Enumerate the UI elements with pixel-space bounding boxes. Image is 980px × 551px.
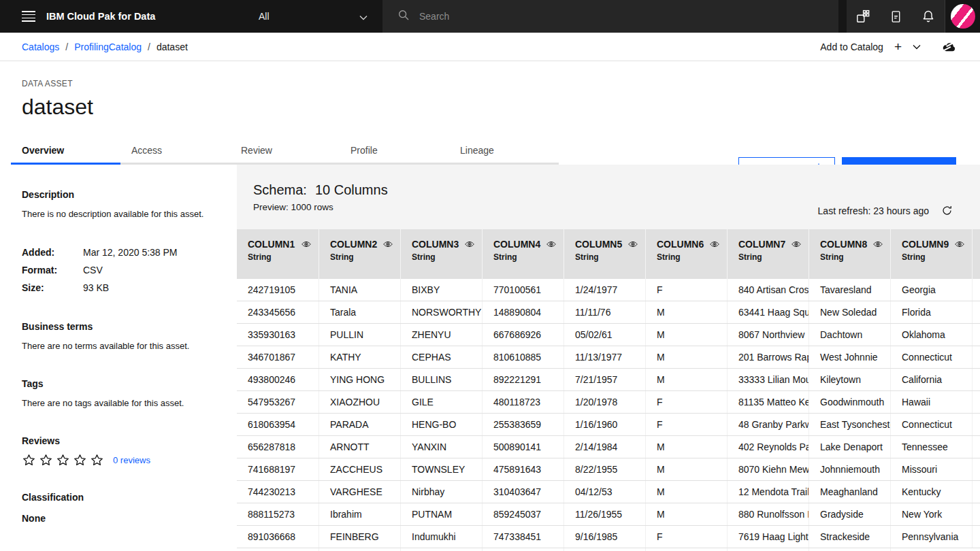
table-cell: Kentucky [890, 481, 972, 503]
column-name: COLUMN6 [657, 239, 704, 250]
table-cell: Lake Denaport [808, 436, 890, 458]
table-cell: 892221291 [482, 369, 564, 390]
column-header[interactable]: COLUMN8String [808, 229, 890, 279]
eye-icon[interactable] [382, 239, 393, 250]
table-cell: Connecticut [890, 414, 972, 435]
eye-icon[interactable] [954, 239, 965, 250]
notifications-icon[interactable] [915, 0, 942, 33]
table-cell: F [645, 391, 727, 413]
table-cell: 335930163 [237, 324, 318, 346]
table-cell: 255383659 [482, 414, 564, 435]
table-row: 891036668FEINBERGIndumukhi7473384519/16/… [237, 526, 980, 548]
table-cell: 12 Mendota Trail [727, 481, 808, 503]
table-cell [400, 548, 482, 551]
table-cell: ZHENYU [400, 324, 482, 346]
meta-value: Mar 12, 2020 5:38 PM [83, 244, 178, 261]
breadcrumb-profilingcatalog[interactable]: ProfilingCatalog [74, 41, 142, 52]
column-header[interactable]: COLUMN6String [645, 229, 727, 279]
cloud-icon[interactable] [941, 41, 956, 53]
table-cell [890, 548, 972, 551]
refresh-icon[interactable] [941, 205, 953, 216]
tab-access[interactable]: Access [120, 139, 230, 165]
table-cell: Georgia [890, 279, 972, 301]
table-cell [645, 548, 727, 551]
table-cell-clipped [972, 436, 980, 458]
column-type: String [738, 252, 802, 262]
rating-stars [22, 453, 107, 467]
table-cell: VARGHESE [318, 481, 400, 503]
eye-icon[interactable] [464, 239, 475, 250]
table-cell: 05/02/61 [564, 324, 645, 346]
eye-icon[interactable] [627, 239, 638, 250]
table-cell [318, 548, 400, 551]
column-header[interactable]: COLUMN9String [890, 229, 972, 279]
table-cell: M [645, 301, 727, 323]
meta-label: Format: [22, 261, 83, 279]
column-header[interactable]: COLUMN2String [318, 229, 400, 279]
table-row: 547953267XIAOZHOUGILE4801187231/20/1978F… [237, 391, 980, 414]
breadcrumb-current: dataset [157, 41, 188, 52]
column-type: String [657, 252, 720, 262]
table-cell-clipped [972, 301, 980, 323]
table-cell: F [645, 526, 727, 548]
table-cell: 7619 Haag Light [727, 526, 808, 548]
eye-icon[interactable] [709, 239, 720, 250]
eye-icon[interactable] [872, 239, 883, 250]
tab-review[interactable]: Review [230, 139, 340, 165]
services-icon[interactable] [849, 0, 877, 33]
tab-overview[interactable]: Overview [11, 139, 120, 165]
table-cell: Goodwinmouth [808, 391, 890, 413]
breadcrumb-catalogs[interactable]: Catalogs [22, 41, 59, 52]
table-row: 744230213VARGHESENirbhay31040364704/12/5… [237, 481, 980, 503]
column-type: String [330, 252, 393, 262]
search-input[interactable] [419, 11, 787, 22]
column-name: COLUMN2 [330, 239, 377, 250]
column-name: COLUMN8 [820, 239, 867, 250]
table-cell: Kileytown [808, 369, 890, 390]
table-cell: Johnniemouth [808, 458, 890, 480]
tab-lineage[interactable]: Lineage [449, 139, 559, 165]
table-row: 346701867KATHYCEPHAS81061088511/13/1977M… [237, 346, 980, 369]
reviews-heading: Reviews [22, 435, 226, 446]
chevron-down-icon[interactable] [913, 44, 921, 50]
star-icon [90, 453, 104, 467]
document-icon[interactable] [882, 0, 909, 33]
scope-selector[interactable]: All [259, 0, 368, 33]
column-name: COLUMN3 [412, 239, 459, 250]
eye-icon[interactable] [301, 239, 312, 250]
column-type: String [820, 252, 883, 262]
table-cell: 8070 Kiehn Mew [727, 458, 808, 480]
table-cell-clipped [972, 279, 980, 301]
column-header[interactable]: COLUMN4String [482, 229, 564, 279]
table-cell: Pennsylvania [890, 526, 972, 548]
table-column-clipped [972, 229, 980, 279]
eye-icon[interactable] [791, 239, 802, 250]
hamburger-icon[interactable] [22, 10, 37, 23]
business-terms-heading: Business terms [22, 321, 226, 332]
meta-row: Size:93 KB [22, 279, 226, 297]
table-cell-clipped [972, 346, 980, 368]
table-cell-clipped [972, 369, 980, 390]
add-to-catalog-button[interactable]: Add to Catalog [820, 41, 883, 52]
column-header[interactable]: COLUMN7String [727, 229, 808, 279]
plus-icon[interactable]: + [894, 40, 902, 53]
reviews-link[interactable]: 0 reviews [113, 455, 150, 465]
column-type: String [575, 252, 638, 262]
table-cell: HENG-BO [400, 414, 482, 435]
table-cell: Missouri [890, 458, 972, 480]
table-body: 242719105TANIABIXBY7701005611/24/1977F84… [237, 279, 980, 551]
table-cell: 48 Granby Parkw [727, 414, 808, 435]
search-icon [397, 9, 410, 24]
table-cell: 480118723 [482, 391, 564, 413]
tab-profile[interactable]: Profile [340, 139, 449, 165]
breadcrumb-bar: Catalogs / ProfilingCatalog / dataset Ad… [0, 33, 980, 61]
column-header[interactable]: COLUMN3String [400, 229, 482, 279]
asset-meta: Added:Mar 12, 2020 5:38 PMFormat:CSVSize… [22, 244, 226, 297]
avatar[interactable] [951, 4, 975, 29]
table-cell: TANIA [318, 279, 400, 301]
column-header[interactable]: COLUMN5String [564, 229, 645, 279]
eye-icon[interactable] [546, 239, 557, 250]
table-cell: East Tysoncheste [808, 414, 890, 435]
column-header[interactable]: COLUMN1String [237, 229, 318, 279]
table-cell: 840 Artisan Cros [727, 279, 808, 301]
